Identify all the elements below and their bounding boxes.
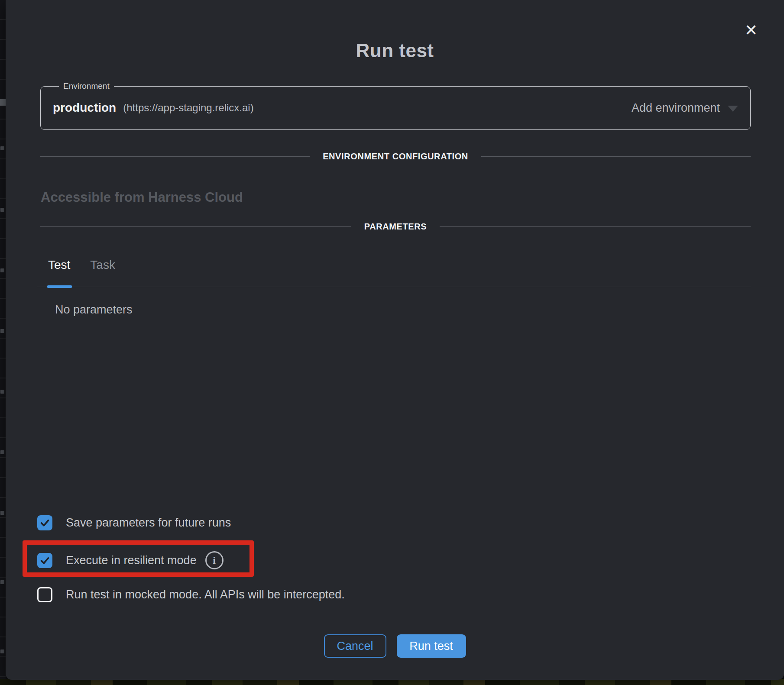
background-row-icon	[0, 268, 4, 272]
environment-configuration-divider: ENVIRONMENT CONFIGURATION	[40, 152, 751, 162]
background-row-icon	[0, 208, 4, 212]
background-table-header-fragment	[0, 99, 6, 106]
checkbox-label: Execute in resilient mode	[66, 554, 197, 567]
chevron-down-icon	[728, 106, 738, 112]
background-row-icon	[0, 146, 4, 150]
info-icon[interactable]: i	[205, 551, 224, 569]
checkbox-save-parameters[interactable]: Save parameters for future runs	[37, 515, 231, 530]
run-test-button[interactable]: Run test	[397, 634, 466, 658]
background-row-icon	[0, 580, 4, 584]
parameters-divider: PARAMETERS	[40, 222, 751, 232]
run-test-dialog: ✕ Run test Environment production (https…	[6, 0, 784, 680]
tab-baseline	[37, 287, 751, 287]
checkbox-icon	[37, 515, 52, 530]
cancel-button[interactable]: Cancel	[324, 634, 386, 658]
background-row-icon	[0, 511, 4, 515]
close-icon[interactable]: ✕	[742, 21, 761, 40]
environment-field: Environment production (https://app-stag…	[40, 81, 751, 130]
background-photo-strip	[0, 679, 784, 685]
environment-name: production	[53, 101, 116, 115]
accessible-note: Accessible from Harness Cloud	[41, 190, 243, 205]
environment-configuration-heading: ENVIRONMENT CONFIGURATION	[310, 152, 481, 162]
environment-field-label: Environment	[59, 81, 114, 91]
parameters-heading: PARAMETERS	[351, 222, 440, 232]
dialog-footer: Cancel Run test	[6, 634, 784, 658]
checkbox-resilient-mode[interactable]: Execute in resilient mode i	[37, 551, 224, 569]
background-row-icon	[0, 649, 4, 653]
active-tab-indicator	[47, 285, 72, 288]
add-environment-dropdown[interactable]: Add environment	[632, 101, 738, 115]
no-parameters-text: No parameters	[55, 303, 133, 317]
checkbox-mocked-mode[interactable]: Run test in mocked mode. All APIs will b…	[37, 587, 345, 602]
environment-url: (https://app-staging.relicx.ai)	[123, 102, 253, 114]
checkbox-label: Save parameters for future runs	[66, 516, 231, 530]
background-row-icon	[0, 390, 4, 394]
checkbox-icon	[37, 587, 52, 602]
tab-test[interactable]: Test	[48, 258, 70, 284]
parameters-tabs: Test Task	[48, 258, 115, 284]
background-table-edge	[0, 0, 6, 685]
background-row-icon	[0, 329, 4, 333]
add-environment-label: Add environment	[632, 101, 720, 115]
background-row-icon	[0, 450, 4, 454]
dialog-title: Run test	[6, 40, 784, 61]
tab-task[interactable]: Task	[90, 258, 115, 284]
checkbox-label: Run test in mocked mode. All APIs will b…	[66, 588, 345, 601]
checkbox-icon	[37, 553, 52, 568]
